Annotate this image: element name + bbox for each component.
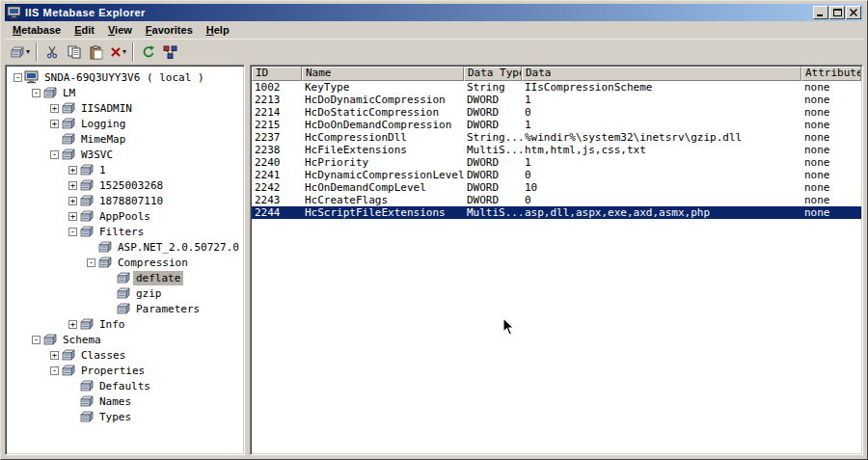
tree-node-compression[interactable]: -Compression: [8, 255, 242, 270]
dropdown-arrow-icon: ▾: [122, 48, 126, 56]
expand-icon[interactable]: +: [50, 351, 59, 360]
minimize-button[interactable]: [813, 6, 828, 19]
tree-node-info[interactable]: +Info: [8, 316, 242, 332]
key-icon: [61, 102, 78, 115]
tree-node-label: Compression: [115, 256, 191, 270]
tree-node-classes[interactable]: +Classes: [8, 347, 242, 363]
tree-node-label: Info: [96, 317, 128, 332]
tree-node-label: AppPools: [96, 209, 153, 224]
tree-node-gzip[interactable]: gzip: [8, 285, 242, 301]
tree-node-label: Filters: [96, 225, 147, 239]
maximize-button[interactable]: [829, 6, 845, 19]
collapse-icon[interactable]: -: [50, 366, 59, 375]
refresh-button[interactable]: [137, 41, 159, 63]
tree-node-mimemap[interactable]: MimeMap: [8, 131, 242, 147]
tree-node-properties[interactable]: -Properties: [8, 363, 242, 378]
table-cell: HcDoStaticCompression: [302, 106, 464, 119]
tree-node-defaults[interactable]: Defaults: [8, 378, 242, 393]
tree-node-1[interactable]: +1: [8, 162, 242, 177]
tree-node-iisadmin[interactable]: +IISADMIN: [8, 100, 242, 116]
delete-button[interactable]: ▾: [107, 41, 129, 63]
table-row-2240[interactable]: 2240HcPriorityDWORD1none: [252, 156, 861, 169]
collapse-icon[interactable]: -: [50, 150, 59, 159]
connect-button[interactable]: [159, 41, 181, 63]
table-row-2241[interactable]: 2241HcDynamicCompressionLevelDWORD0none: [252, 169, 861, 181]
table-row-2244[interactable]: 2244HcScriptFileExtensionsMultiS...asp,d…: [252, 206, 861, 219]
table-cell: 2213: [252, 94, 302, 106]
expand-icon[interactable]: +: [68, 166, 77, 175]
table-row-2243[interactable]: 2243HcCreateFlagsDWORD0none: [252, 194, 861, 206]
menu-favorites[interactable]: Favorites: [139, 22, 200, 39]
key-icon: [79, 195, 96, 207]
table-row-2242[interactable]: 2242HcOnDemandCompLevelDWORD10none: [252, 181, 861, 194]
menu-edit[interactable]: Edit: [68, 22, 101, 39]
table-cell: none: [801, 106, 861, 119]
column-header-id[interactable]: ID: [252, 67, 302, 81]
tree-node-names[interactable]: Names: [8, 393, 242, 409]
column-header-data[interactable]: Data: [522, 67, 801, 81]
column-header-attributes[interactable]: Attributes: [801, 67, 861, 81]
expand-icon[interactable]: +: [50, 120, 59, 128]
menu-view[interactable]: View: [101, 22, 139, 39]
tree-node-apppools[interactable]: +AppPools: [8, 208, 242, 224]
table-row-2214[interactable]: 2214HcDoStaticCompressionDWORD0none: [252, 106, 861, 119]
table-row-1002[interactable]: 1002KeyTypeStringIIsCompressionSchemenon…: [252, 81, 861, 94]
collapse-icon[interactable]: -: [68, 228, 77, 236]
title-bar[interactable]: IIS Metabase Explorer: [5, 4, 863, 21]
tree-node-lm[interactable]: -LM: [8, 85, 242, 100]
mouse-cursor: [502, 317, 515, 337]
key-icon: [97, 257, 115, 269]
tree-node-parameters[interactable]: Parameters: [8, 301, 242, 316]
tree-node-1525003268[interactable]: +1525003268: [8, 177, 242, 193]
table-row-2238[interactable]: 2238HcFileExtensionsMultiS...htm,html,js…: [252, 144, 861, 156]
tree-node-schema[interactable]: -Schema: [8, 332, 242, 347]
table-cell: String: [464, 81, 522, 94]
collapse-icon[interactable]: -: [32, 336, 41, 344]
menu-help[interactable]: Help: [200, 22, 236, 39]
key-icon: [97, 241, 115, 254]
tree-node-deflate[interactable]: deflate: [8, 270, 242, 285]
key-icon: [61, 149, 78, 161]
table-cell: 2214: [252, 106, 302, 119]
tree-node-filters[interactable]: -Filters: [8, 224, 242, 239]
tree-node-snda-69q3uyy3v6-local[interactable]: -SNDA-69Q3UYY3V6 ( local ): [8, 69, 242, 85]
tree-node-label: 1878807110: [96, 194, 166, 208]
tree-node-w3svc[interactable]: -W3SVC: [8, 147, 242, 162]
table-cell: 2238: [252, 144, 302, 156]
key-icon: [61, 349, 78, 362]
table-cell: none: [801, 94, 861, 106]
collapse-icon[interactable]: -: [32, 89, 41, 97]
expand-icon[interactable]: +: [68, 320, 77, 329]
paste-button[interactable]: [85, 41, 107, 63]
tree-node-1878807110[interactable]: +1878807110: [8, 193, 242, 208]
key-icon: [79, 411, 96, 423]
menu-metabase[interactable]: Metabase: [6, 22, 68, 39]
column-header-data-type[interactable]: Data Type: [464, 67, 522, 81]
table-cell: asp,dll,aspx,exe,axd,asmx,php: [522, 206, 801, 219]
expand-icon[interactable]: +: [68, 212, 77, 221]
table-cell: 1: [522, 119, 801, 131]
cut-button[interactable]: [41, 41, 63, 63]
expand-icon[interactable]: +: [68, 197, 77, 205]
table-cell: none: [801, 206, 861, 219]
column-header-name[interactable]: Name: [302, 67, 464, 81]
table-cell: HcDoDynamicCompression: [302, 94, 464, 106]
collapse-icon[interactable]: -: [14, 73, 22, 82]
collapse-icon[interactable]: -: [87, 258, 95, 267]
table-row-2237[interactable]: 2237HcCompressionDllString...%windir%\sy…: [252, 131, 861, 144]
close-button[interactable]: [846, 6, 861, 19]
tree-node-logging[interactable]: +Logging: [8, 116, 242, 131]
expand-icon[interactable]: +: [50, 104, 59, 113]
expand-icon[interactable]: +: [68, 181, 77, 190]
key-icon: [79, 179, 96, 192]
copy-button[interactable]: [63, 41, 85, 63]
tree-node-types[interactable]: Types: [8, 409, 242, 424]
paste-icon: [90, 45, 103, 60]
key-icon: [42, 87, 60, 99]
table-row-2213[interactable]: 2213HcDoDynamicCompressionDWORD1none: [252, 94, 861, 106]
table-row-2215[interactable]: 2215HcDoOnDemandCompressionDWORD1none: [252, 119, 861, 131]
key-icon: [79, 226, 96, 238]
new-key-button[interactable]: ▾: [7, 41, 33, 63]
tree-node-asp-net-2-0-50727-0[interactable]: ASP.NET_2.0.50727.0: [8, 239, 242, 255]
window-title: IIS Metabase Explorer: [25, 7, 810, 18]
